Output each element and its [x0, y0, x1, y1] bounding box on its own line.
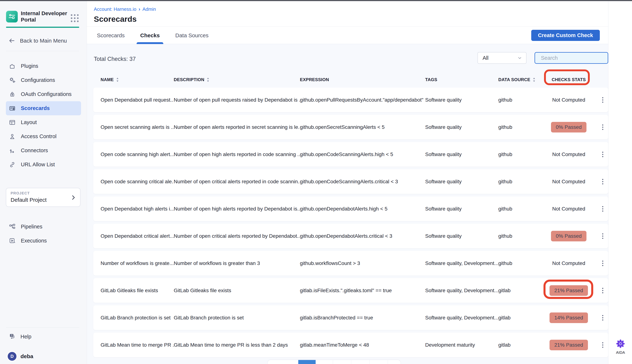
sidebar-item-executions[interactable]: Executions — [6, 234, 81, 248]
user-menu[interactable]: D deba — [8, 352, 33, 361]
sidebar-item-label: Connectors — [21, 148, 48, 154]
aida-flower-icon — [615, 338, 626, 349]
check-tags: Software quality, Development... — [425, 260, 498, 266]
row-menu-button[interactable] — [597, 342, 608, 348]
check-tags: Software quality — [425, 206, 498, 212]
check-tags: Software quality — [425, 179, 498, 184]
svg-text:?: ? — [11, 334, 13, 337]
row-menu-button[interactable] — [597, 315, 608, 321]
kebab-icon — [602, 315, 604, 321]
sidebar-item-plugins[interactable]: Plugins — [6, 59, 81, 73]
table-row[interactable]: GitLab Branch protection is set GitLab B… — [93, 305, 608, 330]
table-row[interactable]: Open Dependabot critical alert... Number… — [93, 224, 608, 248]
sidebar-item-configurations[interactable]: Configurations — [6, 73, 81, 87]
column-header-checks-stats: CHECKS STATS — [540, 77, 597, 82]
table-row[interactable]: Open code scanning critical ale... Numbe… — [93, 169, 608, 194]
pagination-bar[interactable] — [268, 360, 401, 364]
avatar: D — [8, 352, 17, 361]
total-checks-count: Total Checks: 37 — [94, 56, 136, 62]
create-custom-check-button[interactable]: Create Custom Check — [531, 30, 600, 41]
app-logo: Internal Developer Portal — [6, 10, 67, 23]
tab-checks[interactable]: Checks — [140, 27, 160, 44]
stats-badge: 0% Passed — [551, 231, 586, 242]
filter-dropdown[interactable]: All — [477, 52, 526, 64]
check-tags: Software quality — [425, 97, 498, 103]
check-stats: Not Computed — [552, 206, 585, 212]
kebab-icon — [602, 260, 604, 266]
check-description: Number of open alerts reported in secret… — [174, 124, 300, 130]
check-tags: Development maturity — [425, 342, 498, 348]
table-row[interactable]: Open code scanning high alert... Number … — [93, 142, 608, 167]
scorecard-icon — [9, 105, 16, 112]
table-header: NAME DESCRIPTION EXPRESSION TAGS DATA SO… — [93, 72, 608, 87]
stats-badge: 21% Passed — [549, 340, 588, 350]
row-menu-button[interactable] — [597, 151, 608, 158]
tab-data-sources[interactable]: Data Sources — [175, 27, 208, 44]
check-name: Open Dependabot pull request... — [101, 97, 174, 103]
back-to-main-menu[interactable]: Back to Main Menu — [9, 37, 67, 44]
sidebar-item-connectors[interactable]: Connectors — [6, 144, 81, 158]
table-row[interactable]: Open Dependabot high alerts i... Number … — [93, 196, 608, 221]
check-tags: Software quality — [425, 152, 498, 157]
sidebar-item-access-control[interactable]: Access Control — [6, 129, 81, 144]
check-data-source: gitlab — [498, 342, 540, 348]
breadcrumb-account-link[interactable]: Account: Harness.io — [94, 6, 136, 12]
sort-icon[interactable] — [116, 77, 119, 82]
sidebar: Internal Developer Portal Back to Main M… — [0, 1, 87, 364]
breadcrumb-admin-link[interactable]: Admin — [142, 6, 156, 12]
check-description: GitLab Branch protection is set — [174, 315, 300, 321]
filter-value: All — [483, 55, 488, 61]
check-stats: Not Computed — [552, 152, 585, 157]
sidebar-item-url-allow-list[interactable]: URL Allow List — [6, 158, 81, 172]
row-menu-button[interactable] — [597, 260, 608, 266]
sidebar-item-pipelines[interactable]: Pipelines — [6, 220, 81, 234]
kebab-icon — [602, 124, 604, 130]
table-row[interactable]: GitLab Gitleaks file exists GitLab Gitle… — [93, 278, 608, 303]
help-label: Help — [21, 334, 32, 340]
pagination-current-page[interactable] — [298, 360, 316, 364]
pagination-divider — [333, 360, 333, 364]
sort-icon[interactable] — [533, 77, 535, 82]
aida-assistant-button[interactable]: AIDA — [615, 338, 626, 355]
check-tags: Software quality — [425, 124, 498, 130]
app-switcher-icon[interactable] — [71, 14, 79, 22]
tab-scorecards[interactable]: Scorecards — [97, 27, 125, 44]
project-selector[interactable]: PROJECT Default Project — [6, 188, 81, 207]
row-menu-button[interactable] — [597, 97, 608, 103]
sidebar-item-label: Pipelines — [21, 224, 43, 230]
table-row[interactable]: GitLab Mean time to merge PR ... GitLab … — [93, 332, 608, 357]
lock-icon — [9, 91, 16, 98]
table-row[interactable]: Open Dependabot pull request... Number o… — [93, 88, 608, 112]
search-input[interactable] — [541, 55, 610, 61]
row-menu-button[interactable] — [597, 124, 608, 130]
column-header-description[interactable]: DESCRIPTION — [174, 77, 300, 82]
check-name: Number of workflows is greate... — [101, 260, 174, 266]
sidebar-item-scorecards[interactable]: Scorecards — [6, 101, 81, 115]
table-row[interactable]: Open secret scanning alerts is ... Numbe… — [93, 115, 608, 140]
check-expression: gitlab.isBranchProtected == true — [300, 315, 425, 321]
column-header-name[interactable]: NAME — [101, 77, 174, 82]
check-stats: Not Computed — [552, 260, 585, 266]
app-title: Internal Developer Portal — [21, 10, 67, 23]
check-expression: github.openSecretScanningAlerts < 5 — [300, 124, 425, 130]
check-expression: github.openCodeScanningAlerts.high < 5 — [300, 152, 425, 157]
check-name: GitLab Gitleaks file exists — [101, 288, 174, 294]
sidebar-item-label: Layout — [21, 119, 37, 125]
row-menu-button[interactable] — [597, 233, 608, 239]
check-expression: gitlab.isFileExists.".gitleaks.toml" == … — [300, 288, 425, 294]
row-menu-button[interactable] — [597, 178, 608, 185]
checks-table: Open Dependabot pull request... Number o… — [93, 88, 608, 360]
row-menu-button[interactable] — [597, 206, 608, 212]
sidebar-item-label: Plugins — [21, 63, 38, 69]
help-button[interactable]: ? Help — [9, 333, 32, 340]
check-name: GitLab Branch protection is set — [101, 315, 174, 321]
sidebar-item-oauth-configurations[interactable]: OAuth Configurations — [6, 87, 81, 101]
check-expression: github.workflowsCount > 3 — [300, 260, 425, 266]
table-row[interactable]: Number of workflows is greate... Number … — [93, 251, 608, 276]
play-icon — [9, 237, 16, 244]
sidebar-item-layout[interactable]: Layout — [6, 115, 81, 129]
sort-icon[interactable] — [207, 77, 209, 82]
row-menu-button[interactable] — [597, 288, 608, 294]
column-header-data-source[interactable]: DATA SOURCE — [498, 77, 540, 82]
layout-icon — [9, 119, 16, 126]
